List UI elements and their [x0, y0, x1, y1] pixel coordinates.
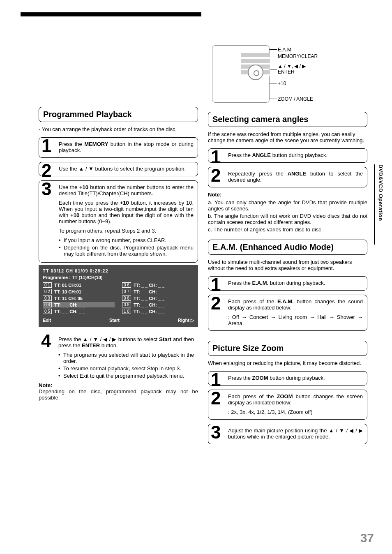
remote-label-zoom: ZOOM / ANGLE	[278, 96, 313, 102]
step3-a: Use the	[59, 184, 79, 190]
step1-text-a: Press the	[59, 141, 84, 147]
osd-row: 0 6TT: _ _ CH: _ _	[122, 282, 194, 288]
remote-outline	[212, 45, 270, 103]
prog-note-heading: Note:	[39, 382, 198, 388]
osd-start: Start	[109, 318, 120, 323]
eam-sequence: : Off → Concert → Living room → Hall → S…	[228, 314, 363, 326]
remote-label-eam: E.A.M.	[278, 47, 293, 53]
osd-left-col: 0 1TT: 01 CH:010 2TT: 10 CH:010 3TT: 11 …	[43, 282, 115, 315]
manual-page: DVD&VCD Operation Programmed Playback - …	[0, 0, 392, 554]
step4-bullet-2: To resume normal playback, select Stop i…	[58, 365, 194, 372]
zoom-sequence: : 2x, 3x, 4x, 1/2, 1/3, 1/4, (Zoom off)	[228, 409, 363, 415]
step4-d: ENTER	[82, 342, 100, 349]
zoom-step-1: 1 Press the ZOOM button during playback.	[208, 371, 367, 385]
step1-memory: MEMORY	[84, 141, 108, 147]
zoom-step-3: 3 Adjust the main picture position using…	[208, 424, 367, 444]
step3-p1: Each time you press the +10 button, it i…	[59, 200, 194, 224]
angle-note-a: a. You can only change the angle for DVD…	[208, 199, 367, 212]
osd-row: 0 4TT: _ _ CH: _ _	[43, 302, 115, 307]
osd-programme-panel: TT 03/12 CH 01/09 0:28:22 Programme : TT…	[39, 265, 198, 327]
remote-dpad	[248, 65, 263, 80]
zoom-intro: When enlarging or reducing the picture, …	[208, 360, 367, 366]
osd-row: 0 9TT: _ _ CH: _ _	[122, 302, 194, 307]
prog-step-3: 3 Use the +10 button and the number butt…	[39, 180, 198, 263]
osd-right-btn: Right ▷	[178, 318, 194, 323]
section-title-eam: E.A.M. (Enhanced Audio Mode)	[208, 240, 367, 255]
programmed-intro: - You can arrange the playback order of …	[39, 126, 198, 132]
step2-text: Use the ▲ / ▼ buttons to select the prog…	[59, 166, 186, 172]
step3-bullet-2: Depending on the disc, Programmed playba…	[59, 245, 194, 257]
header-rule	[21, 12, 201, 16]
angle-note-b: b. The angle function will not work on D…	[208, 213, 367, 225]
osd-row: 0 1TT: 01 CH:01	[43, 282, 115, 288]
step4-a: Press the ▲ / ▼ / ◀ / ▶ buttons to selec…	[58, 336, 159, 342]
prog-step-1: 1 Press the MEMORY button in the stop mo…	[39, 137, 198, 158]
step4-bullets: The programs you selected will start to …	[58, 352, 194, 379]
angle-step-2: 2 Repeatedly press the ANGLE button to s…	[208, 167, 367, 187]
side-tab-bar	[374, 164, 375, 245]
osd-row: 1 0TT: _ _ CH: _ _	[122, 309, 194, 314]
step4-bullet-1: The programs you selected will start to …	[58, 352, 194, 364]
section-title-zoom: Picture Size Zoom	[208, 341, 367, 356]
step3-p2: To program others, repeat Steps 2 and 3.	[59, 228, 194, 234]
osd-sub-line: Programme : TT (11)/CH(10)	[43, 275, 194, 280]
remote-label-arrows: ▲ / ▼, ◀ / ▶ ENTER	[278, 63, 306, 75]
eam-step-2: 2 Each press of the E.A.M. button change…	[208, 295, 367, 331]
step-number-3: 3	[42, 180, 51, 198]
angles-intro: If the scene was recorded from multiple …	[208, 131, 367, 143]
angle-note-heading: Note:	[208, 192, 367, 198]
section-title-programmed: Programmed Playback	[39, 107, 198, 122]
osd-top-line: TT 03/12 CH 01/09 0:28:22	[43, 268, 194, 273]
side-tab-label: DVD&VCD Operation	[378, 164, 384, 221]
section-title-angles: Selecting camera angles	[208, 112, 367, 127]
prog-note-body: Depending on the disc, programmed playba…	[39, 388, 198, 401]
remote-label-plus10: +10	[278, 81, 286, 86]
remote-label-memory: MEMORY/CLEAR	[278, 53, 318, 59]
angle-note-c: c. The number of angles varies from disc…	[208, 226, 367, 233]
eam-step-1: 1 Press the E.A.M. button during playbac…	[208, 276, 367, 291]
step3-bullets: If you input a wrong number, press CLEAR…	[59, 237, 194, 257]
zoom-step-2: 2 Each press of the ZOOM button changes …	[208, 390, 367, 420]
step3-b: +10	[79, 184, 88, 190]
left-column: Programmed Playback - You can arrange th…	[39, 107, 198, 448]
page-number: 37	[360, 531, 374, 545]
osd-exit: Exit	[43, 318, 51, 323]
step-number-1: 1	[42, 137, 51, 155]
prog-step-2: 2 Use the ▲ / ▼ buttons to select the pr…	[39, 162, 198, 176]
zoom-step3-text: Adjust the main picture position using t…	[228, 427, 363, 440]
osd-row: 0 3TT: 11 CH: 05	[43, 295, 115, 301]
step-number-4: 4	[41, 332, 51, 350]
step3-bullet-1: If you input a wrong number, press CLEAR…	[59, 237, 194, 243]
angle-notes: a. You can only change the angle for DVD…	[208, 199, 367, 233]
angle-step-1: 1 Press the ANGLE button during playback…	[208, 148, 367, 163]
prog-step-4: 4 Press the ▲ / ▼ / ◀ / ▶ buttons to sel…	[39, 333, 198, 379]
step4-bullet-3: Select Exit to quit the programmed palyb…	[58, 373, 194, 379]
osd-right-col: 0 6TT: _ _ CH: _ _0 7TT: _ _ CH: _ _0 8T…	[122, 282, 194, 315]
osd-row: 0 5TT: _ _ CH: _ _	[43, 309, 115, 314]
osd-row: 0 2TT: 10 CH:01	[43, 289, 115, 294]
osd-footer: Exit Start Right ▷	[43, 318, 194, 323]
osd-row: 0 8TT: _ _ CH: _ _	[122, 295, 194, 301]
osd-row: 0 7TT: _ _ CH: _ _	[122, 289, 194, 294]
remote-figure: E.A.M. MEMORY/CLEAR ▲ / ▼, ◀ / ▶ ENTER +…	[208, 45, 367, 107]
right-column: E.A.M. MEMORY/CLEAR ▲ / ▼, ◀ / ▶ ENTER +…	[208, 45, 367, 448]
step4-b: Start	[159, 336, 171, 342]
eam-intro: Used to simulate multi-channel sound fro…	[208, 259, 367, 271]
step4-e: button.	[100, 342, 118, 349]
step-number-2: 2	[42, 162, 51, 180]
